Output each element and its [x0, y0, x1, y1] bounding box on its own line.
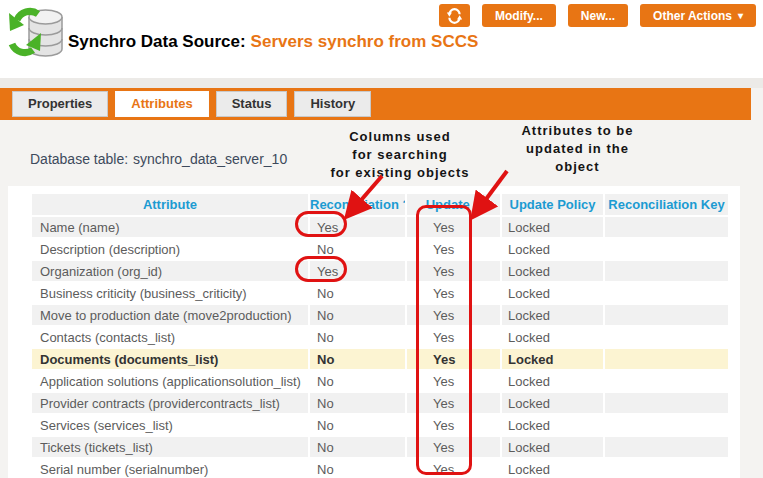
- other-actions-label: Other Actions: [653, 9, 732, 23]
- cell-attribute: Provider contracts (providercontracts_li…: [31, 392, 309, 414]
- cell-attribute: Tickets (tickets_list): [31, 436, 309, 458]
- cell-policy: Locked: [501, 370, 604, 392]
- table-row: Move to production date (move2production…: [31, 304, 729, 326]
- attributes-table-head-row: AttributeReconciliation ?Update ?Update …: [31, 193, 729, 216]
- tab-attributes[interactable]: Attributes: [115, 91, 208, 117]
- tab-properties[interactable]: Properties: [12, 91, 108, 117]
- new-button[interactable]: New...: [568, 4, 628, 27]
- cell-reconciliation: No: [309, 392, 406, 414]
- column-header: Update Policy: [501, 193, 604, 216]
- column-header: Update ?: [406, 193, 501, 216]
- column-header: Attribute: [31, 193, 309, 216]
- cell-key: [604, 260, 729, 282]
- cell-reconciliation: No: [309, 414, 406, 436]
- annotation-update-attributes: Attributes to be updated in the object: [495, 122, 660, 176]
- cell-update: Yes: [406, 326, 501, 348]
- cell-attribute: Contacts (contacts_list): [31, 326, 309, 348]
- other-actions-button[interactable]: Other Actions ▾: [640, 4, 756, 27]
- cell-policy: Locked: [501, 458, 604, 478]
- cell-update: Yes: [406, 260, 501, 282]
- table-row: Application solutions (applicationsoluti…: [31, 370, 729, 392]
- cell-update: Yes: [406, 348, 501, 370]
- database-table-name: synchro_data_server_10: [133, 151, 287, 167]
- attributes-table-body: Name (name)YesYesLockedDescription (desc…: [31, 216, 729, 478]
- cell-update: Yes: [406, 304, 501, 326]
- cell-reconciliation: No: [309, 304, 406, 326]
- top-bar: Synchro Data Source:Servers synchro from…: [0, 0, 763, 78]
- cell-key: [604, 326, 729, 348]
- refresh-icon: [446, 8, 463, 24]
- cell-attribute: Services (services_list): [31, 414, 309, 436]
- cell-key: [604, 282, 729, 304]
- cell-key: [604, 238, 729, 260]
- tab-status[interactable]: Status: [216, 91, 288, 117]
- column-header: Reconciliation ?: [309, 193, 406, 216]
- cell-key: [604, 458, 729, 478]
- cell-key: [604, 436, 729, 458]
- cell-policy: Locked: [501, 414, 604, 436]
- cell-key: [604, 348, 729, 370]
- cell-update: Yes: [406, 414, 501, 436]
- column-header: Reconciliation Key: [604, 193, 729, 216]
- cell-policy: Locked: [501, 436, 604, 458]
- synchro-data-source-icon: [8, 3, 64, 61]
- cell-attribute: Serial number (serialnumber): [31, 458, 309, 478]
- cell-key: [604, 414, 729, 436]
- database-table-label: Database table:: [30, 151, 128, 167]
- header-divider: [0, 78, 763, 88]
- cell-attribute: Name (name): [31, 216, 309, 238]
- table-row: Name (name)YesYesLocked: [31, 216, 729, 238]
- cell-policy: Locked: [501, 304, 604, 326]
- cell-policy: Locked: [501, 348, 604, 370]
- cell-update: Yes: [406, 370, 501, 392]
- cell-key: [604, 304, 729, 326]
- chevron-down-icon: ▾: [738, 11, 743, 21]
- cell-policy: Locked: [501, 238, 604, 260]
- cell-attribute: Move to production date (move2production…: [31, 304, 309, 326]
- action-buttons: Modify... New... Other Actions ▾: [439, 4, 756, 27]
- cell-reconciliation: No: [309, 238, 406, 260]
- table-row: Serial number (serialnumber)NoYesLocked: [31, 458, 729, 478]
- table-row: Contacts (contacts_list)NoYesLocked: [31, 326, 729, 348]
- attributes-panel: AttributeReconciliation ?Update ?Update …: [8, 186, 740, 478]
- cell-reconciliation: No: [309, 436, 406, 458]
- attributes-table: AttributeReconciliation ?Update ?Update …: [30, 192, 730, 478]
- cell-attribute: Documents (documents_list): [31, 348, 309, 370]
- table-row: Documents (documents_list)NoYesLocked: [31, 348, 729, 370]
- table-row: Services (services_list)NoYesLocked: [31, 414, 729, 436]
- table-row: Provider contracts (providercontracts_li…: [31, 392, 729, 414]
- table-row: Tickets (tickets_list)NoYesLocked: [31, 436, 729, 458]
- cell-update: Yes: [406, 282, 501, 304]
- modify-button[interactable]: Modify...: [482, 4, 556, 27]
- page-title-value: Servers synchro from SCCS: [251, 32, 479, 51]
- cell-reconciliation: Yes: [309, 216, 406, 238]
- cell-update: Yes: [406, 216, 501, 238]
- cell-attribute: Description (description): [31, 238, 309, 260]
- cell-reconciliation: No: [309, 326, 406, 348]
- cell-policy: Locked: [501, 326, 604, 348]
- page-title: Synchro Data Source:Servers synchro from…: [68, 32, 478, 52]
- cell-policy: Locked: [501, 282, 604, 304]
- cell-reconciliation: No: [309, 282, 406, 304]
- cell-key: [604, 392, 729, 414]
- cell-attribute: Application solutions (applicationsoluti…: [31, 370, 309, 392]
- cell-attribute: Business criticity (business_criticity): [31, 282, 309, 304]
- refresh-button[interactable]: [439, 4, 470, 27]
- cell-policy: Locked: [501, 392, 604, 414]
- cell-update: Yes: [406, 238, 501, 260]
- cell-key: [604, 216, 729, 238]
- cell-policy: Locked: [501, 260, 604, 282]
- cell-update: Yes: [406, 436, 501, 458]
- annotation-search-columns: Columns used for searching for existing …: [315, 128, 485, 182]
- cell-reconciliation: Yes: [309, 260, 406, 282]
- table-row: Description (description)NoYesLocked: [31, 238, 729, 260]
- cell-reconciliation: No: [309, 370, 406, 392]
- table-row: Organization (org_id)YesYesLocked: [31, 260, 729, 282]
- cell-reconciliation: No: [309, 348, 406, 370]
- page-title-label: Synchro Data Source:: [68, 32, 246, 51]
- cell-update: Yes: [406, 458, 501, 478]
- cell-attribute: Organization (org_id): [31, 260, 309, 282]
- tab-history[interactable]: History: [294, 91, 371, 117]
- cell-reconciliation: No: [309, 458, 406, 478]
- cell-policy: Locked: [501, 216, 604, 238]
